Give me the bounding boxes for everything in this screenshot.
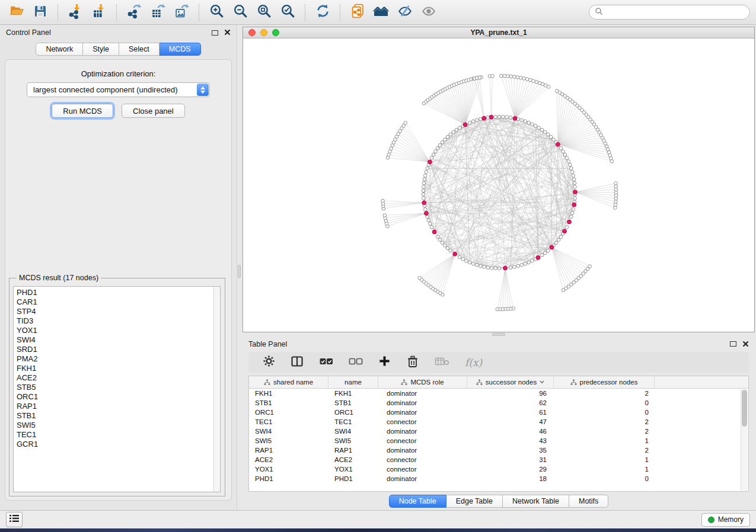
search-input[interactable] [607, 8, 744, 17]
show-column-button[interactable] [291, 355, 304, 370]
float-panel-icon[interactable] [730, 341, 736, 347]
close-panel-button[interactable]: Close panel [122, 104, 185, 118]
mcds-result-item[interactable]: RAP1 [17, 402, 220, 411]
zoom-selected-button[interactable] [277, 3, 298, 22]
network-canvas[interactable] [243, 39, 754, 332]
zoom-in-button[interactable] [206, 3, 227, 22]
cell-shared_name: FKH1 [249, 390, 328, 397]
main-toolbar [0, 0, 756, 25]
maximize-window-icon[interactable] [272, 29, 279, 36]
toolbar-separator [340, 4, 340, 21]
tab-select[interactable]: Select [119, 43, 160, 56]
tab-network[interactable]: Network [36, 43, 83, 56]
mcds-result-item[interactable]: TID3 [17, 316, 220, 326]
mcds-result-item[interactable]: PMA2 [17, 354, 220, 364]
float-panel-icon[interactable] [212, 30, 218, 36]
mcds-result-item[interactable]: SRD1 [17, 345, 220, 354]
eye-slash-icon [397, 3, 413, 22]
mcds-result-item[interactable]: CAR1 [17, 297, 220, 307]
cell-predecessors: 1 [554, 466, 655, 473]
mcds-result-item[interactable]: PHD1 [17, 288, 220, 297]
mcds-result-item[interactable]: STB5 [17, 383, 220, 392]
minimize-window-icon[interactable] [260, 29, 267, 36]
tab-style[interactable]: Style [83, 43, 119, 56]
export-table-button[interactable] [147, 3, 168, 22]
mcds-result-item[interactable]: TEC1 [17, 430, 220, 440]
share-document-button[interactable] [347, 3, 368, 22]
eye-slash-button[interactable] [394, 3, 416, 22]
table-row[interactable]: TEC1TEC1connector472 [249, 417, 748, 427]
mcds-result-item[interactable]: YOX1 [17, 326, 220, 335]
table-row[interactable]: ACE2ACE2connector311 [249, 455, 748, 464]
zoom-out-button[interactable] [229, 3, 251, 22]
mcds-result-item[interactable]: ACE2 [17, 373, 220, 383]
table-toolbar: f(x) [248, 352, 749, 373]
mcds-result-item[interactable]: GCR1 [17, 440, 220, 449]
network-canvas-svg[interactable] [243, 39, 754, 332]
delete-column-button[interactable] [406, 355, 419, 370]
horizontal-splitter[interactable] [241, 332, 756, 336]
zoom-fit-button[interactable] [253, 3, 275, 22]
cell-role: connector [378, 466, 467, 473]
table-settings-button[interactable] [263, 355, 275, 370]
table-row[interactable]: YOX1YOX1connector291 [249, 464, 748, 474]
column-header-predecessor-nodes[interactable]: predecessor nodes [554, 376, 655, 388]
import-table-button[interactable] [88, 3, 110, 22]
double-house-button[interactable] [371, 3, 392, 22]
tab-motifs[interactable]: Motifs [569, 495, 608, 508]
column-header-name[interactable]: name [328, 376, 378, 388]
add-column-button[interactable] [378, 355, 391, 370]
optimization-criterion-select[interactable]: largest connected component (undirected) [27, 82, 210, 97]
table-row[interactable]: FKH1FKH1dominator962 [249, 389, 748, 398]
tab-mcds[interactable]: MCDS [160, 43, 201, 56]
table-row[interactable]: ORC1ORC1dominator610 [249, 408, 748, 417]
mcds-result-item[interactable]: STP4 [17, 307, 220, 316]
cell-predecessors: 2 [554, 447, 655, 454]
table-row[interactable]: RAP1RAP1dominator352 [249, 446, 748, 455]
unselect-all-button[interactable] [349, 355, 363, 370]
column-header-mcds-role[interactable]: MCDS role [378, 376, 467, 388]
close-window-icon[interactable] [248, 29, 256, 36]
tab-node-table[interactable]: Node Table [389, 495, 446, 508]
select-all-button[interactable] [319, 355, 333, 370]
tab-network-table[interactable]: Network Table [503, 495, 569, 508]
splitter-grip[interactable] [492, 333, 505, 336]
memory-button[interactable]: Memory [701, 513, 750, 527]
table-row[interactable]: SWI4SWI4dominator462 [249, 427, 748, 436]
mcds-result-item[interactable]: ORC1 [17, 392, 220, 402]
close-panel-icon[interactable] [224, 27, 231, 38]
table-row[interactable]: SWI5SWI5connector431 [249, 436, 748, 446]
cell-successors: 96 [467, 390, 554, 397]
refresh-button[interactable] [312, 3, 333, 22]
tab-edge-table[interactable]: Edge Table [446, 495, 503, 508]
task-history-button[interactable] [6, 512, 23, 527]
mcds-result-item[interactable]: STB1 [17, 411, 220, 421]
table-row[interactable]: STB1STB1dominator620 [249, 398, 748, 408]
mcds-result-item[interactable]: FKH1 [17, 364, 220, 373]
run-mcds-button[interactable]: Run MCDS [52, 104, 113, 118]
eye-button[interactable] [418, 3, 439, 22]
export-network-button[interactable] [123, 3, 145, 22]
table-scrollbar[interactable] [741, 389, 748, 491]
export-image-button[interactable] [171, 3, 192, 22]
mcds-result-item[interactable]: SWI5 [17, 421, 220, 430]
column-header-successor-nodes[interactable]: successor nodes [467, 376, 554, 388]
mcds-result-item[interactable]: SWI4 [17, 335, 220, 345]
cell-name: RAP1 [328, 447, 378, 454]
network-window: YPA_prune.txt_1 [243, 27, 755, 332]
save-session-button[interactable] [30, 3, 51, 22]
splitter-grip[interactable] [238, 265, 241, 278]
cell-name: ORC1 [328, 409, 378, 416]
open-session-button[interactable] [6, 3, 27, 22]
import-network-button[interactable] [65, 3, 86, 22]
table-scrollbar-thumb[interactable] [742, 390, 747, 427]
control-panel-tabs: Network Style Select MCDS [0, 43, 237, 56]
column-header-shared-name[interactable]: shared name [249, 376, 328, 388]
close-panel-icon[interactable] [742, 339, 749, 350]
cell-successors: 29 [467, 466, 554, 473]
cell-successors: 47 [467, 418, 554, 425]
vertical-splitter[interactable] [237, 25, 241, 510]
table-row[interactable]: PHD1PHD1dominator180 [249, 474, 748, 483]
mcds-list-scrollbar[interactable] [213, 287, 220, 492]
mcds-result-items: PHD1CAR1STP4TID3YOX1SWI4SRD1PMA2FKH1ACE2… [14, 287, 220, 449]
